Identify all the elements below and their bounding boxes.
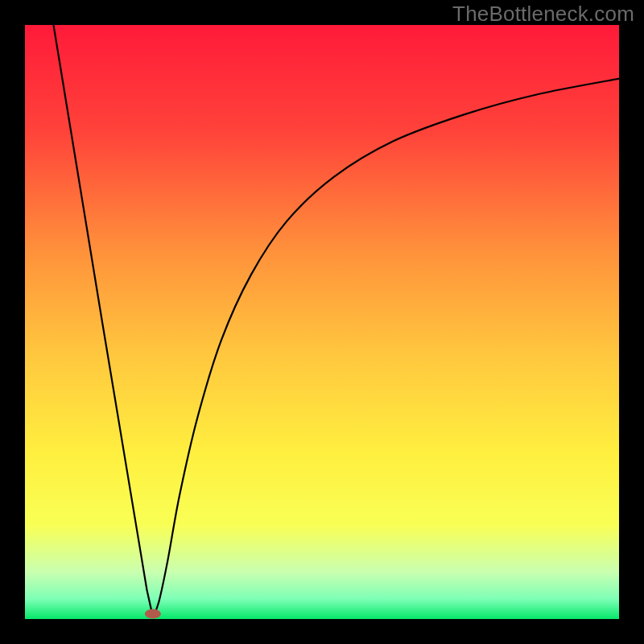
gradient-background [25,25,620,620]
watermark-text: TheBottleneck.com [452,2,634,27]
minimum-marker [145,609,161,619]
chart-stage: TheBottleneck.com [0,0,644,644]
bottleneck-chart [0,0,644,644]
